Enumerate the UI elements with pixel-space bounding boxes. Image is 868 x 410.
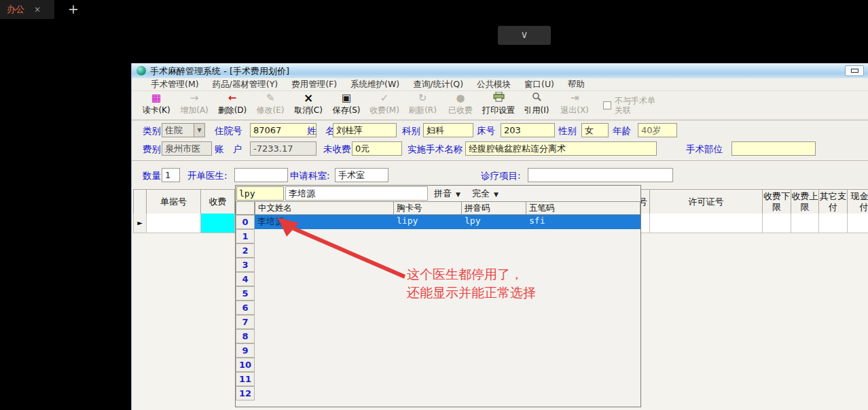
charged-icon: ● bbox=[441, 92, 480, 105]
pinyin-mode-select[interactable]: 拼音▼ bbox=[434, 188, 460, 200]
menu-item-query[interactable]: 查询/统计(Q) bbox=[413, 79, 463, 90]
row-number-6[interactable]: 6 bbox=[236, 301, 255, 315]
grid-cell-receipt[interactable] bbox=[146, 213, 201, 233]
grid-cell-min[interactable] bbox=[762, 213, 791, 233]
bed-label: 床号 bbox=[477, 125, 495, 137]
lookup-header-wubi[interactable]: 五笔码 bbox=[526, 201, 640, 215]
unpaid-field[interactable]: 0元 bbox=[352, 141, 402, 156]
doctor-query-input[interactable]: lpy bbox=[236, 186, 284, 201]
row-number-12[interactable]: 12 bbox=[236, 386, 255, 400]
lookup-header-pinyin[interactable]: 拼音码 bbox=[461, 201, 526, 215]
delete-button[interactable]: ← 删除(D) bbox=[213, 92, 251, 119]
fee-type-field[interactable]: 泉州市医 bbox=[162, 141, 212, 156]
new-tab-button[interactable]: + bbox=[65, 0, 82, 19]
read-card-button[interactable]: ▦ 读卡(K) bbox=[137, 92, 175, 119]
grid-header-indicator bbox=[133, 189, 147, 214]
menu-item-fee[interactable]: 费用管理(F) bbox=[291, 79, 337, 90]
row-number-0[interactable]: 0 bbox=[236, 215, 255, 229]
menu-item-maintenance[interactable]: 系统维护(W) bbox=[350, 79, 399, 90]
window-titlebar[interactable]: 手术麻醉管理系统 - [手术费用划价] bbox=[132, 63, 868, 78]
dept-field[interactable]: 妇科 bbox=[423, 123, 473, 137]
print-settings-button[interactable]: 打印设置 bbox=[480, 92, 518, 119]
surgery-name-label: 实施手术名称 bbox=[408, 143, 463, 156]
tab-office[interactable]: 办公× bbox=[0, 0, 54, 19]
treatment-item-field[interactable] bbox=[528, 168, 673, 182]
toolbar: ▦ 读卡(K) → 增加(A) ← 删除(D) ✎ 修改(E) × 取消(C) … bbox=[132, 91, 868, 120]
grid-header-charge[interactable]: 收费 bbox=[200, 189, 235, 214]
request-dept-field[interactable]: 手术室 bbox=[335, 168, 388, 182]
combo-arrow-icon[interactable]: ▼ bbox=[194, 124, 204, 137]
grid-cell-charge-selected[interactable] bbox=[200, 213, 235, 233]
window-title: 手术麻醉管理系统 - [手术费用划价] bbox=[150, 65, 289, 78]
treatment-item-label: 诊疗项目: bbox=[481, 170, 521, 182]
reference-button[interactable]: 引用(I) bbox=[518, 92, 556, 119]
menu-item-public[interactable]: 公共模块 bbox=[477, 79, 511, 90]
menu-item-surgery[interactable]: 手术管理(M) bbox=[151, 79, 199, 90]
qty-field[interactable]: 1 bbox=[162, 168, 180, 182]
grid-cell-max[interactable] bbox=[791, 213, 819, 233]
chevron-down-icon: ∨ bbox=[521, 29, 528, 41]
collapse-chevron-button[interactable]: ∨ bbox=[498, 26, 551, 45]
minimize-button[interactable] bbox=[845, 65, 864, 76]
row-number-8[interactable]: 8 bbox=[236, 329, 255, 343]
grid-cell-license[interactable] bbox=[649, 213, 763, 233]
menu-item-window[interactable]: 窗口(U) bbox=[524, 79, 554, 90]
pinyin-mode-arrow-icon: ▼ bbox=[456, 191, 460, 198]
patient-name-field[interactable]: 刘桂萍 bbox=[333, 123, 397, 137]
surgery-site-label: 手术部位 bbox=[686, 143, 723, 156]
surgery-site-field[interactable] bbox=[731, 141, 816, 156]
grid-header-cash-pay[interactable]: 现金支付 bbox=[847, 189, 868, 214]
edit-icon: ✎ bbox=[251, 92, 289, 105]
lookup-header-name[interactable]: 中文姓名 bbox=[255, 201, 394, 215]
exit-icon: ⇥ bbox=[556, 92, 594, 105]
cancel-button[interactable]: × 取消(C) bbox=[289, 92, 327, 119]
account-label: 账 户 bbox=[215, 143, 242, 156]
red-arrow-icon bbox=[276, 217, 412, 281]
menu-item-help[interactable]: 帮助 bbox=[568, 79, 585, 90]
row-number-1[interactable]: 1 bbox=[236, 229, 255, 243]
dept-label: 科别 bbox=[402, 125, 420, 137]
age-label: 年龄 bbox=[613, 125, 631, 137]
checkbox-icon bbox=[603, 101, 611, 109]
grid-cell-cash[interactable] bbox=[847, 213, 868, 233]
lookup-header-corner bbox=[236, 201, 255, 215]
grid-header-license[interactable]: 许可证号 bbox=[649, 189, 763, 214]
minimize-icon bbox=[851, 69, 858, 73]
add-button: → 增加(A) bbox=[175, 92, 213, 119]
charged-button: ● 已收费 bbox=[441, 92, 480, 119]
edit-button: ✎ 修改(E) bbox=[251, 92, 289, 119]
gender-field[interactable]: 女 bbox=[581, 123, 609, 137]
row-number-9[interactable]: 9 bbox=[236, 343, 255, 358]
row-number-3[interactable]: 3 bbox=[236, 258, 255, 272]
grid-header-receipt[interactable]: 单据号 bbox=[146, 189, 201, 214]
row-number-5[interactable]: 5 bbox=[236, 286, 255, 301]
grid-header-min-charge[interactable]: 收费下限 bbox=[762, 189, 791, 214]
grid-header-other-pay[interactable]: 其它支付 bbox=[818, 189, 848, 214]
delete-icon: ← bbox=[213, 92, 251, 105]
age-field[interactable]: 40岁 bbox=[638, 123, 677, 137]
browser-tab-bar: 办公× + bbox=[0, 0, 868, 19]
bed-field[interactable]: 203 bbox=[501, 123, 555, 137]
row-number-11[interactable]: 11 bbox=[236, 372, 255, 386]
charge-button: ✓ 收费(M) bbox=[365, 92, 403, 119]
separator bbox=[132, 160, 868, 162]
selected-doctor-pinyin: lpy bbox=[465, 216, 480, 226]
menu-item-drug[interactable]: 药品/器材管理(Y) bbox=[213, 79, 278, 90]
surgery-name-field[interactable]: 经腹腔镜盆腔粘连分离术 bbox=[465, 141, 657, 156]
row-number-7[interactable]: 7 bbox=[236, 315, 255, 329]
exit-button: ⇥ 退出(X) bbox=[556, 92, 594, 119]
grid-header-max-charge[interactable]: 收费上限 bbox=[791, 189, 819, 214]
lookup-header-badge[interactable]: 胸卡号 bbox=[393, 201, 462, 215]
order-doctor-field[interactable] bbox=[234, 168, 288, 182]
account-field[interactable]: -7233.17 bbox=[250, 141, 317, 156]
row-number-2[interactable]: 2 bbox=[236, 243, 255, 258]
save-button[interactable]: ▣ 保存(S) bbox=[327, 92, 365, 119]
match-mode-select[interactable]: 完全▼ bbox=[472, 188, 499, 200]
row-number-10[interactable]: 10 bbox=[236, 358, 255, 372]
no-link-checkbox[interactable]: 不与手术单 关联 bbox=[603, 96, 655, 115]
tab-close-icon[interactable]: × bbox=[34, 5, 41, 14]
refresh-button: ↻ 刷新(R) bbox=[403, 92, 441, 119]
row-number-4[interactable]: 4 bbox=[236, 272, 255, 286]
category-select[interactable]: 住院▼ bbox=[162, 123, 205, 137]
grid-cell-other[interactable] bbox=[818, 213, 848, 233]
